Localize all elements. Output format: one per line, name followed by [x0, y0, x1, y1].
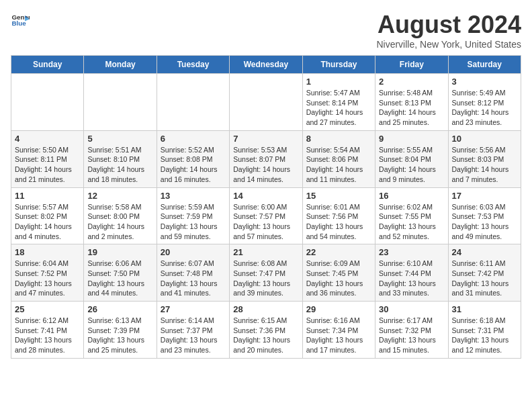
- day-info: Sunrise: 5:53 AM Sunset: 8:07 PM Dayligh…: [233, 145, 298, 185]
- day-number: 21: [233, 247, 298, 257]
- month-year-title: August 2024: [376, 11, 521, 39]
- day-number: 10: [452, 134, 517, 144]
- day-number: 26: [87, 304, 152, 314]
- calendar-day-cell: 30Sunrise: 6:17 AM Sunset: 7:32 PM Dayli…: [375, 302, 448, 359]
- day-number: 30: [379, 304, 444, 314]
- calendar-day-cell: 25Sunrise: 6:12 AM Sunset: 7:41 PM Dayli…: [11, 302, 84, 359]
- day-info: Sunrise: 5:47 AM Sunset: 8:14 PM Dayligh…: [306, 88, 371, 128]
- calendar-day-cell: 21Sunrise: 6:08 AM Sunset: 7:47 PM Dayli…: [230, 244, 302, 302]
- calendar-day-cell: 8Sunrise: 5:54 AM Sunset: 8:06 PM Daylig…: [302, 130, 375, 187]
- calendar-week-row: 18Sunrise: 6:04 AM Sunset: 7:52 PM Dayli…: [11, 244, 521, 302]
- day-info: Sunrise: 5:55 AM Sunset: 8:04 PM Dayligh…: [379, 145, 444, 185]
- weekday-header-row: SundayMondayTuesdayWednesdayThursdayFrid…: [11, 56, 521, 74]
- day-info: Sunrise: 6:12 AM Sunset: 7:41 PM Dayligh…: [15, 316, 80, 355]
- day-info: Sunrise: 5:57 AM Sunset: 8:02 PM Dayligh…: [15, 202, 80, 242]
- weekday-header-cell: Saturday: [448, 56, 521, 74]
- day-info: Sunrise: 6:13 AM Sunset: 7:39 PM Dayligh…: [87, 316, 152, 355]
- calendar-table: SundayMondayTuesdayWednesdayThursdayFrid…: [11, 55, 521, 359]
- day-number: 14: [233, 191, 298, 201]
- weekday-header-cell: Wednesday: [230, 56, 302, 74]
- calendar-day-cell: 26Sunrise: 6:13 AM Sunset: 7:39 PM Dayli…: [84, 302, 157, 359]
- calendar-day-cell: 16Sunrise: 6:02 AM Sunset: 7:55 PM Dayli…: [375, 187, 448, 244]
- location-subtitle: Niverville, New York, United States: [376, 39, 521, 50]
- day-number: 23: [379, 247, 444, 257]
- calendar-day-cell: 14Sunrise: 6:00 AM Sunset: 7:57 PM Dayli…: [230, 187, 302, 244]
- calendar-day-cell: 11Sunrise: 5:57 AM Sunset: 8:02 PM Dayli…: [11, 187, 84, 244]
- calendar-day-cell: 18Sunrise: 6:04 AM Sunset: 7:52 PM Dayli…: [11, 244, 84, 302]
- day-number: 22: [306, 247, 371, 257]
- calendar-week-row: 4Sunrise: 5:50 AM Sunset: 8:11 PM Daylig…: [11, 130, 521, 187]
- logo-icon: General Blue: [11, 11, 30, 30]
- logo: General Blue: [11, 11, 30, 30]
- weekday-header-cell: Tuesday: [157, 56, 229, 74]
- calendar-day-cell: 6Sunrise: 5:52 AM Sunset: 8:08 PM Daylig…: [157, 130, 229, 187]
- calendar-day-cell: [84, 74, 157, 131]
- calendar-day-cell: 5Sunrise: 5:51 AM Sunset: 8:10 PM Daylig…: [84, 130, 157, 187]
- day-number: 8: [306, 134, 371, 144]
- calendar-day-cell: [230, 74, 302, 131]
- day-info: Sunrise: 6:08 AM Sunset: 7:47 PM Dayligh…: [233, 259, 298, 298]
- calendar-day-cell: 3Sunrise: 5:49 AM Sunset: 8:12 PM Daylig…: [448, 74, 521, 131]
- day-number: 12: [87, 191, 152, 201]
- day-info: Sunrise: 5:51 AM Sunset: 8:10 PM Dayligh…: [87, 145, 152, 185]
- weekday-header-cell: Friday: [375, 56, 448, 74]
- calendar-week-row: 1Sunrise: 5:47 AM Sunset: 8:14 PM Daylig…: [11, 74, 521, 131]
- calendar-day-cell: 24Sunrise: 6:11 AM Sunset: 7:42 PM Dayli…: [448, 244, 521, 302]
- calendar-day-cell: 20Sunrise: 6:07 AM Sunset: 7:48 PM Dayli…: [157, 244, 229, 302]
- day-info: Sunrise: 6:14 AM Sunset: 7:37 PM Dayligh…: [161, 316, 226, 355]
- day-info: Sunrise: 5:54 AM Sunset: 8:06 PM Dayligh…: [306, 145, 371, 185]
- day-info: Sunrise: 5:52 AM Sunset: 8:08 PM Dayligh…: [161, 145, 226, 185]
- calendar-day-cell: 31Sunrise: 6:18 AM Sunset: 7:31 PM Dayli…: [448, 302, 521, 359]
- day-info: Sunrise: 6:16 AM Sunset: 7:34 PM Dayligh…: [306, 316, 371, 355]
- day-number: 31: [452, 304, 517, 314]
- weekday-header-cell: Monday: [84, 56, 157, 74]
- day-number: 4: [15, 134, 80, 144]
- day-number: 3: [452, 77, 517, 87]
- day-info: Sunrise: 6:11 AM Sunset: 7:42 PM Dayligh…: [452, 259, 517, 298]
- day-info: Sunrise: 5:50 AM Sunset: 8:11 PM Dayligh…: [15, 145, 80, 185]
- calendar-day-cell: 7Sunrise: 5:53 AM Sunset: 8:07 PM Daylig…: [230, 130, 302, 187]
- day-number: 11: [15, 191, 80, 201]
- calendar-day-cell: 19Sunrise: 6:06 AM Sunset: 7:50 PM Dayli…: [84, 244, 157, 302]
- day-number: 13: [161, 191, 226, 201]
- day-info: Sunrise: 6:09 AM Sunset: 7:45 PM Dayligh…: [306, 259, 371, 298]
- calendar-day-cell: 13Sunrise: 5:59 AM Sunset: 7:59 PM Dayli…: [157, 187, 229, 244]
- day-info: Sunrise: 6:15 AM Sunset: 7:36 PM Dayligh…: [233, 316, 298, 355]
- day-number: 15: [306, 191, 371, 201]
- day-number: 25: [15, 304, 80, 314]
- day-number: 2: [379, 77, 444, 87]
- calendar-day-cell: 1Sunrise: 5:47 AM Sunset: 8:14 PM Daylig…: [302, 74, 375, 131]
- calendar-day-cell: 22Sunrise: 6:09 AM Sunset: 7:45 PM Dayli…: [302, 244, 375, 302]
- day-info: Sunrise: 5:56 AM Sunset: 8:03 PM Dayligh…: [452, 145, 517, 185]
- calendar-day-cell: 4Sunrise: 5:50 AM Sunset: 8:11 PM Daylig…: [11, 130, 84, 187]
- day-number: 6: [161, 134, 226, 144]
- calendar-day-cell: 23Sunrise: 6:10 AM Sunset: 7:44 PM Dayli…: [375, 244, 448, 302]
- day-info: Sunrise: 5:59 AM Sunset: 7:59 PM Dayligh…: [161, 202, 226, 242]
- day-info: Sunrise: 5:58 AM Sunset: 8:00 PM Dayligh…: [87, 202, 152, 242]
- day-info: Sunrise: 6:03 AM Sunset: 7:53 PM Dayligh…: [452, 202, 517, 242]
- calendar-day-cell: 10Sunrise: 5:56 AM Sunset: 8:03 PM Dayli…: [448, 130, 521, 187]
- calendar-day-cell: 9Sunrise: 5:55 AM Sunset: 8:04 PM Daylig…: [375, 130, 448, 187]
- calendar-week-row: 11Sunrise: 5:57 AM Sunset: 8:02 PM Dayli…: [11, 187, 521, 244]
- day-info: Sunrise: 6:04 AM Sunset: 7:52 PM Dayligh…: [15, 259, 80, 298]
- calendar-day-cell: 17Sunrise: 6:03 AM Sunset: 7:53 PM Dayli…: [448, 187, 521, 244]
- calendar-week-row: 25Sunrise: 6:12 AM Sunset: 7:41 PM Dayli…: [11, 302, 521, 359]
- calendar-day-cell: [11, 74, 84, 131]
- calendar-day-cell: 27Sunrise: 6:14 AM Sunset: 7:37 PM Dayli…: [157, 302, 229, 359]
- day-info: Sunrise: 6:06 AM Sunset: 7:50 PM Dayligh…: [87, 259, 152, 298]
- day-info: Sunrise: 6:07 AM Sunset: 7:48 PM Dayligh…: [161, 259, 226, 298]
- weekday-header-cell: Sunday: [11, 56, 84, 74]
- day-info: Sunrise: 6:10 AM Sunset: 7:44 PM Dayligh…: [379, 259, 444, 298]
- day-info: Sunrise: 6:17 AM Sunset: 7:32 PM Dayligh…: [379, 316, 444, 355]
- day-number: 29: [306, 304, 371, 314]
- day-number: 27: [161, 304, 226, 314]
- calendar-day-cell: 15Sunrise: 6:01 AM Sunset: 7:56 PM Dayli…: [302, 187, 375, 244]
- calendar-day-cell: [157, 74, 229, 131]
- day-number: 28: [233, 304, 298, 314]
- title-area: August 2024 Niverville, New York, United…: [376, 11, 521, 50]
- calendar-body: 1Sunrise: 5:47 AM Sunset: 8:14 PM Daylig…: [11, 74, 521, 359]
- day-number: 20: [161, 247, 226, 257]
- day-number: 1: [306, 77, 371, 87]
- day-info: Sunrise: 6:02 AM Sunset: 7:55 PM Dayligh…: [379, 202, 444, 242]
- calendar-day-cell: 2Sunrise: 5:48 AM Sunset: 8:13 PM Daylig…: [375, 74, 448, 131]
